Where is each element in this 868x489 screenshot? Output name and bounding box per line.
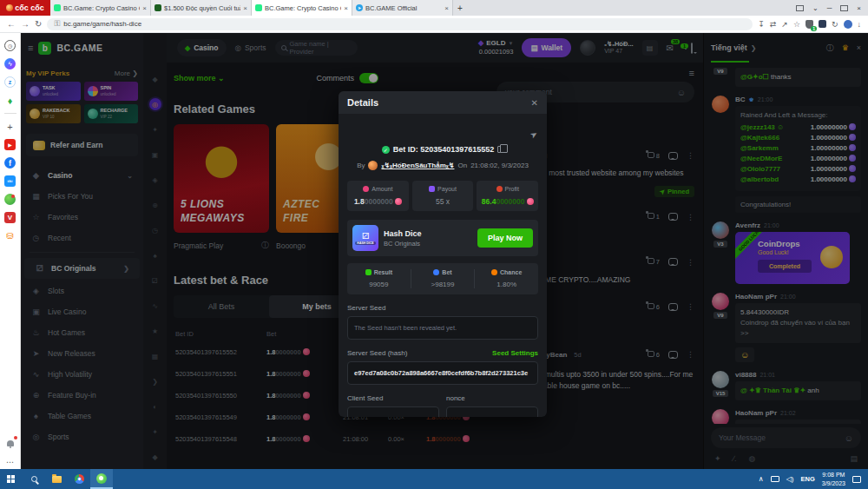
- trophy-icon[interactable]: ♛: [842, 43, 849, 52]
- table-row[interactable]: 52035401397615548 1.80000000 21:08:00 0.…: [174, 428, 484, 450]
- modal-close-icon[interactable]: ✕: [531, 98, 538, 108]
- category-icon[interactable]: ∿: [149, 300, 161, 312]
- bc-logo-text[interactable]: BC.GAME: [56, 43, 102, 53]
- comments-menu-icon[interactable]: ≡: [689, 68, 694, 82]
- comments-toggle[interactable]: [359, 73, 378, 83]
- bookmark-star-icon[interactable]: ☆: [793, 20, 800, 29]
- like-icon[interactable]: [648, 351, 654, 357]
- perk-spin[interactable]: SPINunlocked: [84, 82, 139, 101]
- media-popup-icon[interactable]: [796, 5, 804, 11]
- back-button[interactable]: ←: [7, 20, 16, 29]
- shop-cart-icon[interactable]: ⛁: [4, 230, 16, 241]
- sidebar-item-new-releases[interactable]: ➤New Releases: [21, 343, 143, 364]
- coccoc-brand[interactable]: cốc cốc: [0, 0, 50, 16]
- file-explorer-icon[interactable]: [45, 469, 68, 489]
- facebook-icon[interactable]: f: [4, 157, 16, 169]
- sidebar-item-bc-originals[interactable]: ⚂BC Originals❯: [24, 258, 140, 279]
- tray-chevron-icon[interactable]: ∧: [759, 475, 764, 483]
- taskbar-clock[interactable]: 9:08 PM3/9/2023: [822, 471, 845, 486]
- sidebar-item-slots[interactable]: ◈Slots: [21, 281, 143, 301]
- sports-ball-icon[interactable]: [4, 194, 16, 205]
- provider-pragmatic[interactable]: Pragmatic Playⓘ: [174, 240, 269, 251]
- game-card-5-lions[interactable]: 5 LIONS MEGAWAYS: [174, 124, 269, 233]
- chrome-icon[interactable]: [68, 469, 90, 489]
- close-window-button[interactable]: ×: [857, 4, 861, 12]
- category-icon[interactable]: ❯: [149, 375, 161, 387]
- show-more-link[interactable]: Show more ⌄: [174, 74, 225, 83]
- tiki-icon[interactable]: tiki: [4, 175, 16, 187]
- maximize-button[interactable]: [840, 5, 848, 11]
- emoji-icon[interactable]: ☺: [845, 433, 853, 443]
- reply-icon[interactable]: [668, 258, 678, 266]
- tab-close-icon[interactable]: ×: [344, 4, 348, 12]
- adblock-shield-icon[interactable]: 1: [806, 20, 813, 29]
- sidebar-item-recent[interactable]: ◷Recent: [21, 228, 143, 248]
- hamburger-menu-icon[interactable]: ≡: [28, 43, 33, 53]
- browser-tab-3-active[interactable]: BC.Game: Crypto Casino Ga×: [252, 0, 352, 16]
- user-avatar[interactable]: [712, 221, 729, 239]
- chat-info-icon[interactable]: ⓘ: [826, 43, 834, 54]
- start-button[interactable]: [0, 469, 23, 489]
- category-icon[interactable]: ◷: [149, 224, 161, 236]
- gamepad-icon[interactable]: ♦: [4, 95, 16, 106]
- reply-icon[interactable]: [668, 213, 678, 221]
- like-icon[interactable]: [648, 152, 654, 158]
- vip-perks-more-link[interactable]: More ❯: [115, 69, 138, 77]
- perk-recharge[interactable]: RECHARGEVIP 22: [84, 104, 139, 123]
- extension-icon[interactable]: [819, 20, 826, 28]
- volume-icon[interactable]: ◁): [786, 475, 794, 483]
- more-icon[interactable]: ⋯: [4, 456, 16, 467]
- bettor-name[interactable]: ₓ↯ₓHốĐenSâuThẳmₓ↯: [381, 162, 454, 169]
- play-now-button[interactable]: Play Now: [477, 228, 533, 248]
- vtv-icon[interactable]: V: [4, 212, 16, 223]
- category-icon[interactable]: ◐: [149, 400, 161, 413]
- seed-settings-link[interactable]: Seed Settings: [492, 349, 538, 357]
- reply-icon[interactable]: [668, 351, 678, 359]
- bc-avatar[interactable]: [712, 96, 729, 113]
- category-icon[interactable]: ✦: [149, 123, 161, 135]
- category-icon[interactable]: ✦: [149, 426, 161, 438]
- sync-icon[interactable]: ↻: [832, 20, 838, 29]
- input-language[interactable]: ENG: [800, 475, 814, 483]
- like-icon[interactable]: [648, 213, 654, 219]
- zalo-icon[interactable]: z: [4, 76, 16, 88]
- coccoc-taskbar-icon[interactable]: [90, 469, 113, 489]
- mail-icon[interactable]: ✉38: [667, 43, 674, 53]
- user-avatar[interactable]: [712, 293, 729, 310]
- user-info[interactable]: ₓ↯ₓHốĐ... VIP 47: [604, 40, 633, 56]
- url-text[interactable]: bc.game/game/hash-dice: [63, 20, 141, 28]
- notifications-bell-icon[interactable]: [4, 438, 16, 449]
- category-icon[interactable]: ◆: [149, 73, 161, 85]
- info-icon[interactable]: ⓘ: [261, 240, 269, 251]
- network-icon[interactable]: [771, 476, 779, 482]
- refer-and-earn[interactable]: Refer and Earn: [26, 134, 138, 156]
- downloads-icon[interactable]: ↓: [858, 20, 862, 29]
- category-icon[interactable]: ★: [149, 325, 161, 337]
- category-icon-active[interactable]: ◎: [149, 98, 161, 110]
- kebab-menu-icon[interactable]: ⋮: [687, 258, 694, 267]
- category-icon[interactable]: ⚂: [149, 274, 161, 287]
- new-tab-button[interactable]: +: [453, 0, 467, 16]
- sidebar-item-favorites[interactable]: ☆Favorites: [21, 207, 143, 228]
- reply-icon[interactable]: [668, 303, 678, 311]
- kebab-menu-icon[interactable]: ⋮: [687, 350, 694, 359]
- chat-toggle-icon[interactable]: [691, 43, 693, 53]
- sidebar-item-sports[interactable]: ◎Sports: [21, 426, 143, 447]
- chat-message-input[interactable]: Your Message☺: [711, 427, 861, 448]
- rain-icon[interactable]: ✦: [714, 454, 721, 463]
- emoji-icon[interactable]: ☺: [677, 88, 686, 97]
- like-icon[interactable]: [648, 258, 654, 264]
- gif-icon[interactable]: ◍: [749, 454, 756, 463]
- chat-close-icon[interactable]: ×: [857, 43, 861, 52]
- sidebar-item-live-casino[interactable]: ▣Live Casino: [21, 301, 143, 322]
- perk-task[interactable]: TASKunlocked: [26, 82, 81, 101]
- currency-selector[interactable]: ◆EGLD▼ 0.00021093: [478, 39, 513, 56]
- chat-language-selector[interactable]: Tiếng việt: [711, 43, 747, 52]
- sidebar-item-picks[interactable]: ▦Picks For You: [21, 186, 143, 207]
- category-icon[interactable]: ◈: [149, 174, 161, 186]
- kebab-menu-icon[interactable]: ⋮: [687, 151, 694, 160]
- category-icon[interactable]: ⊕: [149, 199, 161, 211]
- like-icon[interactable]: [648, 303, 654, 309]
- translate-icon[interactable]: ⇄: [770, 20, 777, 29]
- browser-tab-4[interactable]: ➤BC.GAME Official×: [352, 0, 453, 16]
